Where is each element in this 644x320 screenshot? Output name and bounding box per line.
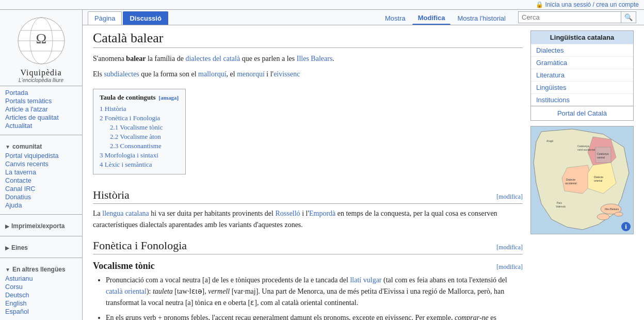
toc-hide-link[interactable]: [amaga] (159, 94, 179, 101)
linguistic-map-svg: Catalunya central Dialecte occidental Di… (531, 126, 634, 234)
sidebar-imprimeix-header[interactable]: ▶ Imprimeix/exporta (5, 222, 77, 230)
infobox-institucions-link[interactable]: Institucions (531, 93, 633, 106)
sidebar-item-contacte[interactable]: Contacte (5, 177, 77, 185)
sidebar-item-atzar[interactable]: Article a l'atzar (5, 105, 77, 114)
svg-text:occidental: occidental (565, 182, 577, 185)
toc: Taula de continguts [amaga] 1 Història 2… (93, 89, 186, 174)
wiki-subtitle: L'enciclopèdia lliure (3, 77, 79, 83)
portal-catala-link[interactable]: Portal del Català (557, 109, 607, 117)
arrow-down-icon2: ▼ (5, 267, 10, 273)
svg-text:Catalunya: Catalunya (597, 152, 609, 155)
bullet-2: En els grups verb + pronoms febles, l'ac… (106, 312, 523, 320)
svg-text:oriental: oriental (594, 179, 602, 182)
tab-pagina[interactable]: Pàgina (88, 11, 122, 25)
vocalisme-bullet-list: Pronunciació com a vocal neutra [a] de l… (93, 275, 523, 320)
sidebar-item-english[interactable]: English (5, 299, 77, 308)
toc-item-2-1[interactable]: 2.1 Vocalisme tònic (100, 123, 179, 132)
toc-item-2[interactable]: 2 Fonètica i Fonologia (100, 114, 179, 122)
vocalisme-tonic-title-text: Vocalisme tònic (93, 261, 155, 271)
svg-point-15 (615, 212, 623, 216)
sidebar-item-deutsch[interactable]: Deutsch (5, 291, 77, 299)
vocalisme-tonic-title: Vocalisme tònic [modifica] (93, 261, 523, 271)
illes-link[interactable]: Illes Balears (297, 55, 333, 62)
toc-item-2-3[interactable]: 2.3 Consonantisme (100, 142, 179, 150)
sidebar-item-portal-viquipedista[interactable]: Portal viquipedista (5, 152, 77, 160)
login-link[interactable]: Inicia una sessió / crea un compte (545, 1, 639, 8)
sidebar-item-espanol[interactable]: Español (5, 308, 77, 316)
arrow-right-icon2: ▶ (5, 245, 9, 251)
sidebar-item-donatius[interactable]: Donatius (5, 193, 77, 201)
historia-section-title: Història [modifica] (93, 188, 523, 204)
sidebar-comunitat-header[interactable]: ▼ comunitat (5, 143, 77, 150)
svg-text:nord-occidental: nord-occidental (577, 148, 595, 151)
svg-text:Dialecte: Dialecte (566, 178, 575, 181)
sidebar-item-asturianu[interactable]: Asturianu (5, 275, 77, 283)
vermell-italic: vermell (208, 287, 230, 295)
llati-vulgar-link[interactable]: llatí vulgar (350, 276, 381, 284)
historia-text: La llengua catalana hi va ser duita per … (93, 208, 523, 231)
map-info-icon[interactable]: ℹ (621, 222, 631, 231)
svg-text:Dialecte: Dialecte (594, 175, 603, 179)
search-button[interactable]: 🔍 (621, 11, 636, 23)
toc-title: Taula de continguts [amaga] (100, 93, 179, 102)
svg-text:Valencià: Valencià (556, 205, 566, 208)
menorqui-link[interactable]: menorquí (237, 70, 265, 78)
toc-item-3[interactable]: 3 Morfologia i sintaxi (100, 151, 179, 159)
infobox-literatura-link[interactable]: Literatura (531, 69, 633, 81)
main-content: Català balear S'anomena balear la famíli… (83, 25, 644, 320)
search-input[interactable] (518, 11, 621, 23)
infobox-gramatica-link[interactable]: Gramàtica (531, 56, 633, 69)
sidebar-eines: ▶ Eines (0, 238, 82, 255)
toc-item-4[interactable]: 4 Lèxic i semàntica (100, 161, 179, 169)
sidebar-item-qualitat[interactable]: Articles de qualitat (5, 114, 77, 122)
sidebar-item-canal-irc[interactable]: Canal IRC (5, 185, 77, 193)
article-intro: S'anomena balear la família de dialectes… (93, 53, 523, 65)
view-tabs: Mostra Modifica Mostra l'historial (379, 11, 511, 25)
arrow-down-icon: ▼ (5, 144, 10, 150)
toc-item-2-2[interactable]: 2.2 Vocalisme àton (100, 133, 179, 141)
sidebar-item-taverna[interactable]: La taverna (5, 168, 77, 177)
catala-oriental-link[interactable]: català oriental (106, 287, 147, 295)
fonetica-section-title: Fonètica i Fonologia [modifica] (93, 239, 523, 254)
llengua-catalana-link[interactable]: llengua catalana (102, 210, 149, 217)
bullet-1: Pronunciació com a vocal neutra [a] de l… (106, 275, 523, 309)
eivissenc-link[interactable]: eivissenc (273, 70, 300, 78)
historia-modifica-link[interactable]: [modifica] (496, 193, 523, 201)
sidebar-item-portals[interactable]: Portals temàtics (5, 97, 77, 105)
sidebar: Ω Viquipèdia L'enciclopèdia lliure Porta… (0, 10, 83, 320)
mallorqui-link[interactable]: mallorquí (198, 70, 226, 78)
tab-historial[interactable]: Mostra l'historial (452, 12, 511, 25)
emporda-link[interactable]: Empordà (309, 210, 335, 217)
sidebar-altres-header[interactable]: ▼ En altres llengües (5, 266, 77, 273)
svg-point-14 (597, 214, 609, 220)
tab-discussio[interactable]: Discussió (123, 11, 168, 25)
toc-item-1[interactable]: 1 Història (100, 105, 179, 113)
tab-modifica[interactable]: Modifica (412, 11, 451, 25)
map-container: Catalunya central Dialecte occidental Di… (530, 126, 634, 234)
linguistica-infobox: Lingüística catalana Dialectes Gramàtica… (530, 30, 634, 121)
sidebar-item-portada[interactable]: Portada (5, 89, 77, 97)
vocalisme-tonic-modifica-link[interactable]: [modifica] (496, 263, 523, 271)
content-area: Pàgina Discussió Mostra Modifica Mostra … (83, 10, 644, 320)
infobox-lingüistes-link[interactable]: Lingüistes (531, 81, 633, 93)
sidebar-item-corsu[interactable]: Corsu (5, 283, 77, 291)
subdialectes-link[interactable]: subdialectes (104, 70, 139, 78)
linguistica-infobox-title: Lingüística catalana (531, 31, 633, 44)
infobox-dialectes-link[interactable]: Dialectes (531, 44, 633, 56)
sidebar-item-actualitat[interactable]: Actualitat (5, 122, 77, 130)
rossello-link[interactable]: Rosselló (275, 210, 300, 217)
svg-text:Aragó: Aragó (546, 139, 554, 142)
historia-title-text: Història (93, 188, 130, 202)
dialectes-link[interactable]: dialectes del català (185, 55, 240, 62)
svg-text:Catalunya: Catalunya (577, 145, 589, 148)
tab-mostra[interactable]: Mostra (379, 12, 411, 25)
fonetica-modifica-link[interactable]: [modifica] (496, 244, 523, 251)
comprar-ne-italic: comprar-ne (455, 314, 489, 320)
sidebar-item-canvis[interactable]: Canvis recents (5, 160, 77, 168)
top-bar: 🔒 Inicia una sessió / crea un compte (0, 0, 644, 10)
sidebar-eines-header[interactable]: ▶ Eines (5, 244, 77, 251)
wikipedia-globe-icon: Ω (15, 15, 67, 67)
sidebar-item-ajuda[interactable]: Ajuda (5, 201, 77, 210)
arrow-right-icon: ▶ (5, 223, 9, 229)
sidebar-comunitat: ▼ comunitat Portal viquipedista Canvis r… (0, 137, 82, 212)
